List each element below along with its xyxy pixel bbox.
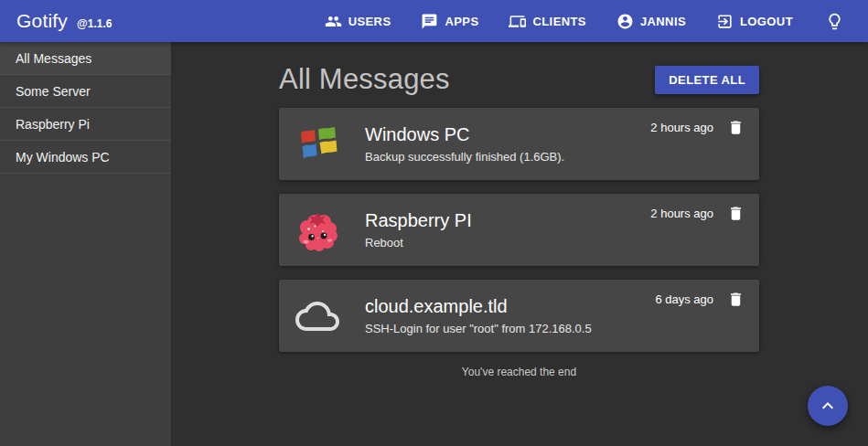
sidebar-item-some-server[interactable]: Some Server bbox=[0, 75, 171, 108]
nav-item-jannis[interactable]: JANNIS bbox=[616, 13, 686, 30]
trash-icon bbox=[727, 291, 745, 308]
delete-message-button[interactable] bbox=[727, 119, 745, 136]
sidebar-item-raspberry-pi[interactable]: Raspberry Pi bbox=[0, 108, 171, 141]
message-timestamp: 2 hours ago bbox=[650, 205, 713, 222]
nav-item-label: JANNIS bbox=[640, 15, 686, 28]
message-body: Backup successfully finished (1.6GB). bbox=[365, 150, 650, 164]
message-card: cloud.example.tldSSH-Login for user "roo… bbox=[279, 280, 759, 352]
logout-icon bbox=[716, 13, 734, 30]
sidebar-item-all-messages[interactable]: All Messages bbox=[0, 42, 171, 75]
theme-toggle-lightbulb-icon[interactable] bbox=[825, 12, 844, 31]
windows-logo bbox=[295, 122, 339, 166]
message-title: Raspberry PI bbox=[365, 210, 650, 231]
trash-icon bbox=[727, 119, 745, 136]
users-icon bbox=[325, 13, 342, 30]
title-row: All Messages DELETE ALL bbox=[279, 64, 759, 95]
app-bar: Gotify @1.1.6 USERSAPPSCLIENTSJANNISLOGO… bbox=[0, 0, 868, 42]
sidebar-item-label: My Windows PC bbox=[16, 150, 110, 165]
message-list: Windows PCBackup successfully finished (… bbox=[279, 108, 759, 352]
top-nav: USERSAPPSCLIENTSJANNISLOGOUT bbox=[325, 12, 844, 31]
scroll-to-top-button[interactable] bbox=[808, 386, 848, 426]
nav-item-users[interactable]: USERS bbox=[325, 13, 391, 30]
message-meta: 2 hours ago bbox=[650, 194, 745, 222]
message-body: SSH-Login for user "root" from 172.168.0… bbox=[365, 322, 655, 335]
message-title: Windows PC bbox=[365, 124, 650, 145]
chevron-up-icon bbox=[817, 395, 839, 417]
app-version: @1.1.6 bbox=[77, 17, 112, 30]
brand: Gotify @1.1.6 bbox=[16, 10, 112, 32]
nav-item-logout[interactable]: LOGOUT bbox=[716, 13, 793, 30]
sidebar-item-label: Some Server bbox=[16, 84, 91, 99]
nav-item-label: LOGOUT bbox=[740, 15, 793, 28]
message-timestamp: 6 days ago bbox=[655, 291, 713, 308]
message-meta: 6 days ago bbox=[655, 280, 745, 308]
apps-icon bbox=[421, 13, 438, 30]
message-text: Windows PCBackup successfully finished (… bbox=[365, 124, 650, 164]
delete-message-button[interactable] bbox=[727, 291, 745, 308]
app-title: Gotify bbox=[16, 10, 68, 32]
sidebar-item-my-windows-pc[interactable]: My Windows PC bbox=[0, 141, 171, 174]
nav-item-label: APPS bbox=[445, 15, 478, 28]
message-meta: 2 hours ago bbox=[650, 108, 745, 136]
message-card: Windows PCBackup successfully finished (… bbox=[279, 108, 759, 180]
main-area: All Messages DELETE ALL Windows PCBackup… bbox=[172, 42, 868, 446]
content-column: All Messages DELETE ALL Windows PCBackup… bbox=[279, 64, 759, 378]
nav-item-apps[interactable]: APPS bbox=[421, 13, 478, 30]
trash-icon bbox=[727, 205, 745, 222]
message-body: Reboot bbox=[365, 236, 650, 250]
message-text: cloud.example.tldSSH-Login for user "roo… bbox=[365, 296, 655, 335]
raspberry-logo bbox=[295, 208, 339, 252]
cloud-icon bbox=[295, 294, 339, 338]
sidebar: All MessagesSome ServerRaspberry PiMy Wi… bbox=[0, 42, 172, 446]
sidebar-item-label: All Messages bbox=[16, 51, 91, 66]
end-of-list-text: You've reached the end bbox=[279, 366, 759, 378]
clients-icon bbox=[509, 13, 526, 30]
page-title: All Messages bbox=[279, 63, 450, 96]
nav-item-clients[interactable]: CLIENTS bbox=[509, 13, 585, 30]
delete-all-button[interactable]: DELETE ALL bbox=[655, 66, 759, 94]
message-card: Raspberry PIReboot2 hours ago bbox=[279, 194, 759, 266]
nav-item-label: CLIENTS bbox=[532, 15, 585, 28]
message-title: cloud.example.tld bbox=[365, 296, 655, 317]
message-timestamp: 2 hours ago bbox=[650, 119, 713, 136]
message-text: Raspberry PIReboot bbox=[365, 210, 650, 250]
nav-item-label: USERS bbox=[348, 15, 391, 28]
sidebar-item-label: Raspberry Pi bbox=[16, 117, 90, 132]
delete-message-button[interactable] bbox=[727, 205, 745, 222]
account-icon bbox=[616, 13, 634, 30]
